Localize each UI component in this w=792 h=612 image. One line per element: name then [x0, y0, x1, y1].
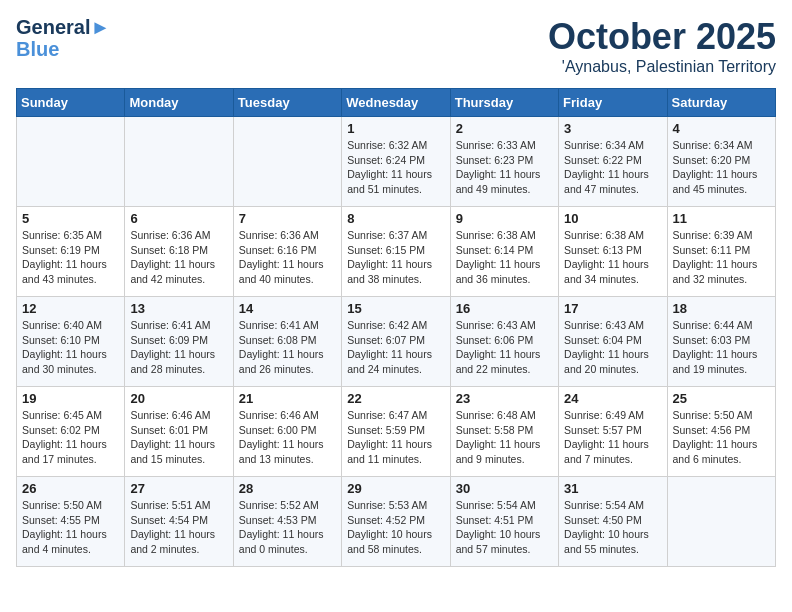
table-row: 2Sunrise: 6:33 AMSunset: 6:23 PMDaylight…	[450, 117, 558, 207]
table-row: 17Sunrise: 6:43 AMSunset: 6:04 PMDayligh…	[559, 297, 667, 387]
day-number: 10	[564, 211, 661, 226]
table-row: 24Sunrise: 6:49 AMSunset: 5:57 PMDayligh…	[559, 387, 667, 477]
day-info: Sunrise: 5:54 AMSunset: 4:50 PMDaylight:…	[564, 498, 661, 557]
table-row: 1Sunrise: 6:32 AMSunset: 6:24 PMDaylight…	[342, 117, 450, 207]
day-number: 16	[456, 301, 553, 316]
day-number: 4	[673, 121, 770, 136]
day-number: 17	[564, 301, 661, 316]
day-number: 31	[564, 481, 661, 496]
month-title: October 2025	[548, 16, 776, 58]
table-row	[125, 117, 233, 207]
table-row: 28Sunrise: 5:52 AMSunset: 4:53 PMDayligh…	[233, 477, 341, 567]
day-number: 3	[564, 121, 661, 136]
day-number: 29	[347, 481, 444, 496]
day-number: 30	[456, 481, 553, 496]
day-info: Sunrise: 6:38 AMSunset: 6:14 PMDaylight:…	[456, 228, 553, 287]
day-info: Sunrise: 6:44 AMSunset: 6:03 PMDaylight:…	[673, 318, 770, 377]
day-info: Sunrise: 6:36 AMSunset: 6:18 PMDaylight:…	[130, 228, 227, 287]
logo-text: General►	[16, 16, 110, 38]
day-number: 1	[347, 121, 444, 136]
table-row: 23Sunrise: 6:48 AMSunset: 5:58 PMDayligh…	[450, 387, 558, 477]
table-row: 11Sunrise: 6:39 AMSunset: 6:11 PMDayligh…	[667, 207, 775, 297]
table-row: 18Sunrise: 6:44 AMSunset: 6:03 PMDayligh…	[667, 297, 775, 387]
day-info: Sunrise: 6:36 AMSunset: 6:16 PMDaylight:…	[239, 228, 336, 287]
table-row: 21Sunrise: 6:46 AMSunset: 6:00 PMDayligh…	[233, 387, 341, 477]
table-row: 5Sunrise: 6:35 AMSunset: 6:19 PMDaylight…	[17, 207, 125, 297]
col-sunday: Sunday	[17, 89, 125, 117]
day-info: Sunrise: 6:46 AMSunset: 6:00 PMDaylight:…	[239, 408, 336, 467]
table-row: 7Sunrise: 6:36 AMSunset: 6:16 PMDaylight…	[233, 207, 341, 297]
page-header: General► Blue October 2025 'Aynabus, Pal…	[16, 16, 776, 76]
table-row: 19Sunrise: 6:45 AMSunset: 6:02 PMDayligh…	[17, 387, 125, 477]
day-number: 19	[22, 391, 119, 406]
day-number: 18	[673, 301, 770, 316]
calendar-week-row: 19Sunrise: 6:45 AMSunset: 6:02 PMDayligh…	[17, 387, 776, 477]
day-number: 2	[456, 121, 553, 136]
day-number: 22	[347, 391, 444, 406]
table-row	[667, 477, 775, 567]
day-info: Sunrise: 5:50 AMSunset: 4:56 PMDaylight:…	[673, 408, 770, 467]
day-info: Sunrise: 6:43 AMSunset: 6:04 PMDaylight:…	[564, 318, 661, 377]
col-wednesday: Wednesday	[342, 89, 450, 117]
table-row: 22Sunrise: 6:47 AMSunset: 5:59 PMDayligh…	[342, 387, 450, 477]
day-number: 28	[239, 481, 336, 496]
day-info: Sunrise: 6:41 AMSunset: 6:09 PMDaylight:…	[130, 318, 227, 377]
table-row: 3Sunrise: 6:34 AMSunset: 6:22 PMDaylight…	[559, 117, 667, 207]
table-row: 16Sunrise: 6:43 AMSunset: 6:06 PMDayligh…	[450, 297, 558, 387]
day-info: Sunrise: 6:38 AMSunset: 6:13 PMDaylight:…	[564, 228, 661, 287]
table-row: 6Sunrise: 6:36 AMSunset: 6:18 PMDaylight…	[125, 207, 233, 297]
table-row: 25Sunrise: 5:50 AMSunset: 4:56 PMDayligh…	[667, 387, 775, 477]
day-number: 9	[456, 211, 553, 226]
table-row: 27Sunrise: 5:51 AMSunset: 4:54 PMDayligh…	[125, 477, 233, 567]
day-number: 23	[456, 391, 553, 406]
table-row: 9Sunrise: 6:38 AMSunset: 6:14 PMDaylight…	[450, 207, 558, 297]
table-row: 12Sunrise: 6:40 AMSunset: 6:10 PMDayligh…	[17, 297, 125, 387]
day-info: Sunrise: 6:34 AMSunset: 6:22 PMDaylight:…	[564, 138, 661, 197]
col-monday: Monday	[125, 89, 233, 117]
day-info: Sunrise: 6:39 AMSunset: 6:11 PMDaylight:…	[673, 228, 770, 287]
col-thursday: Thursday	[450, 89, 558, 117]
table-row: 13Sunrise: 6:41 AMSunset: 6:09 PMDayligh…	[125, 297, 233, 387]
calendar-week-row: 26Sunrise: 5:50 AMSunset: 4:55 PMDayligh…	[17, 477, 776, 567]
day-info: Sunrise: 6:34 AMSunset: 6:20 PMDaylight:…	[673, 138, 770, 197]
day-info: Sunrise: 6:49 AMSunset: 5:57 PMDaylight:…	[564, 408, 661, 467]
day-number: 5	[22, 211, 119, 226]
col-tuesday: Tuesday	[233, 89, 341, 117]
day-info: Sunrise: 5:50 AMSunset: 4:55 PMDaylight:…	[22, 498, 119, 557]
day-number: 12	[22, 301, 119, 316]
day-number: 11	[673, 211, 770, 226]
day-info: Sunrise: 6:37 AMSunset: 6:15 PMDaylight:…	[347, 228, 444, 287]
day-info: Sunrise: 6:48 AMSunset: 5:58 PMDaylight:…	[456, 408, 553, 467]
day-info: Sunrise: 6:33 AMSunset: 6:23 PMDaylight:…	[456, 138, 553, 197]
table-row: 20Sunrise: 6:46 AMSunset: 6:01 PMDayligh…	[125, 387, 233, 477]
table-row: 15Sunrise: 6:42 AMSunset: 6:07 PMDayligh…	[342, 297, 450, 387]
day-number: 24	[564, 391, 661, 406]
table-row: 14Sunrise: 6:41 AMSunset: 6:08 PMDayligh…	[233, 297, 341, 387]
day-number: 15	[347, 301, 444, 316]
table-row: 31Sunrise: 5:54 AMSunset: 4:50 PMDayligh…	[559, 477, 667, 567]
table-row	[17, 117, 125, 207]
day-number: 20	[130, 391, 227, 406]
day-info: Sunrise: 5:52 AMSunset: 4:53 PMDaylight:…	[239, 498, 336, 557]
table-row	[233, 117, 341, 207]
table-row: 30Sunrise: 5:54 AMSunset: 4:51 PMDayligh…	[450, 477, 558, 567]
day-info: Sunrise: 6:40 AMSunset: 6:10 PMDaylight:…	[22, 318, 119, 377]
day-info: Sunrise: 6:35 AMSunset: 6:19 PMDaylight:…	[22, 228, 119, 287]
day-number: 14	[239, 301, 336, 316]
table-row: 8Sunrise: 6:37 AMSunset: 6:15 PMDaylight…	[342, 207, 450, 297]
day-number: 21	[239, 391, 336, 406]
day-info: Sunrise: 6:43 AMSunset: 6:06 PMDaylight:…	[456, 318, 553, 377]
day-info: Sunrise: 6:41 AMSunset: 6:08 PMDaylight:…	[239, 318, 336, 377]
title-block: October 2025 'Aynabus, Palestinian Terri…	[548, 16, 776, 76]
day-info: Sunrise: 6:46 AMSunset: 6:01 PMDaylight:…	[130, 408, 227, 467]
table-row: 26Sunrise: 5:50 AMSunset: 4:55 PMDayligh…	[17, 477, 125, 567]
day-number: 8	[347, 211, 444, 226]
calendar-week-row: 12Sunrise: 6:40 AMSunset: 6:10 PMDayligh…	[17, 297, 776, 387]
table-row: 10Sunrise: 6:38 AMSunset: 6:13 PMDayligh…	[559, 207, 667, 297]
day-number: 7	[239, 211, 336, 226]
day-info: Sunrise: 6:32 AMSunset: 6:24 PMDaylight:…	[347, 138, 444, 197]
col-friday: Friday	[559, 89, 667, 117]
logo-blue: Blue	[16, 38, 59, 60]
day-number: 6	[130, 211, 227, 226]
table-row: 4Sunrise: 6:34 AMSunset: 6:20 PMDaylight…	[667, 117, 775, 207]
